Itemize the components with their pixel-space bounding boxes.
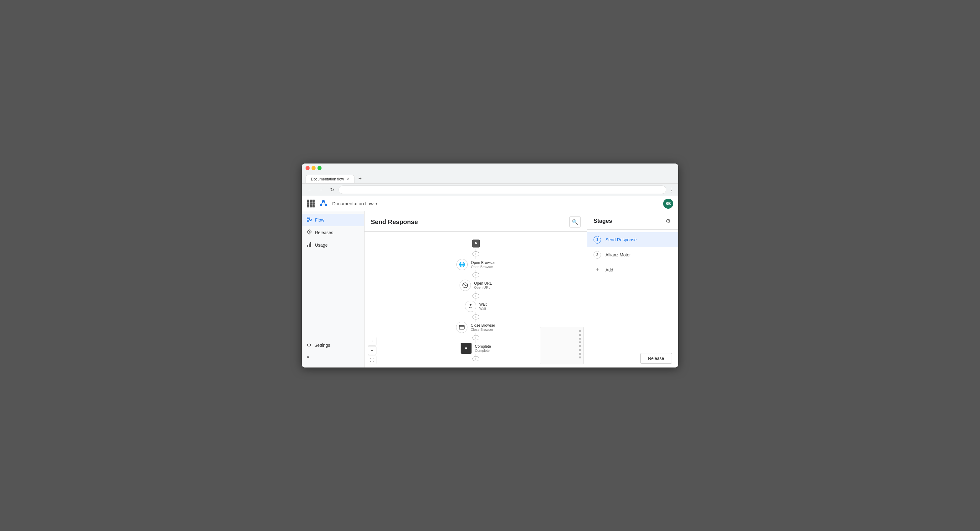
svg-text:⚑: ⚑ bbox=[474, 241, 477, 246]
svg-line-4 bbox=[323, 201, 326, 205]
add-node-button-5[interactable]: + bbox=[473, 335, 479, 340]
sidebar-item-usage[interactable]: Usage bbox=[302, 239, 364, 251]
connector-8 bbox=[476, 319, 476, 322]
open-url-node: Open URL Open URL bbox=[460, 280, 492, 291]
svg-rect-8 bbox=[307, 220, 309, 222]
open-url-node-box[interactable]: Open URL Open URL bbox=[460, 280, 492, 291]
browser-menu-button[interactable]: ⋮ bbox=[669, 187, 675, 193]
stages-title: Stages bbox=[593, 218, 612, 224]
minimize-window-button[interactable] bbox=[312, 166, 316, 170]
flow-canvas: Send Response 🔍 ⚑ bbox=[364, 211, 587, 367]
flow-icon bbox=[307, 217, 312, 223]
url-bar[interactable] bbox=[339, 185, 666, 194]
svg-rect-7 bbox=[310, 219, 312, 220]
connector-4 bbox=[476, 277, 476, 280]
stage-item-1[interactable]: 1 Send Response bbox=[587, 232, 678, 247]
flow-header: Send Response 🔍 bbox=[364, 211, 587, 231]
connector-5 bbox=[476, 291, 476, 293]
svg-rect-6 bbox=[307, 217, 309, 218]
add-stage-label: Add bbox=[605, 267, 613, 273]
stage-item-2[interactable]: 2 Allianz Motor bbox=[587, 247, 678, 262]
complete-name: Complete bbox=[475, 344, 491, 349]
stage-1-label: Send Response bbox=[605, 237, 637, 242]
close-browser-icon bbox=[456, 322, 468, 333]
zoom-controls: + − bbox=[368, 337, 377, 364]
open-browser-node: 🌐 Open Browser Open Browser bbox=[457, 259, 495, 270]
connector-10 bbox=[476, 340, 476, 342]
connector-11 bbox=[476, 354, 476, 356]
stages-panel: Stages ⚙ 1 Send Response 2 Allianz Motor… bbox=[587, 211, 678, 367]
reload-button[interactable]: ↻ bbox=[328, 186, 336, 194]
browser-chrome: Documentation flow ✕ + bbox=[302, 164, 678, 183]
apps-grid-icon[interactable] bbox=[307, 199, 315, 207]
stages-list: 1 Send Response 2 Allianz Motor + Add bbox=[587, 230, 678, 349]
browser-tab[interactable]: Documentation flow ✕ bbox=[305, 175, 355, 183]
close-browser-sub: Close Browser bbox=[471, 328, 495, 332]
complete-label: Complete Complete bbox=[475, 344, 491, 352]
zoom-in-button[interactable]: + bbox=[368, 337, 377, 346]
add-node-button-1[interactable]: + bbox=[473, 251, 479, 257]
app-logo[interactable] bbox=[318, 199, 328, 209]
wait-sub: Wait bbox=[479, 307, 487, 310]
complete-node-box[interactable]: ■ Complete Complete bbox=[460, 343, 491, 354]
user-avatar[interactable]: BB bbox=[663, 199, 673, 209]
open-url-name: Open URL bbox=[474, 281, 492, 285]
stages-footer: Release bbox=[587, 349, 678, 367]
add-node-button-4[interactable]: + bbox=[473, 314, 479, 319]
open-browser-icon: 🌐 bbox=[457, 259, 468, 270]
close-browser-node-box[interactable]: Close Browser Close Browser bbox=[456, 322, 495, 333]
open-browser-sub: Open Browser bbox=[471, 265, 495, 269]
release-button[interactable]: Release bbox=[640, 353, 672, 364]
connector-2 bbox=[476, 257, 476, 258]
open-browser-node-box[interactable]: 🌐 Open Browser Open Browser bbox=[457, 259, 495, 270]
browser-window: Documentation flow ✕ + ← → ↻ ⋮ Doc bbox=[302, 164, 678, 367]
add-node-button-3[interactable]: + bbox=[473, 293, 479, 298]
sidebar-flow-label: Flow bbox=[315, 217, 325, 223]
wait-label: Wait Wait bbox=[479, 302, 487, 310]
zoom-out-button[interactable]: − bbox=[368, 346, 377, 355]
sidebar-releases-label: Releases bbox=[315, 230, 333, 235]
new-tab-button[interactable]: + bbox=[355, 174, 365, 183]
sidebar-item-settings[interactable]: ⚙ Settings bbox=[302, 339, 364, 351]
complete-icon: ■ bbox=[460, 343, 472, 354]
add-node-button-6[interactable]: + bbox=[473, 356, 479, 361]
sidebar-item-releases[interactable]: Releases bbox=[302, 226, 364, 239]
wait-name: Wait bbox=[479, 302, 487, 307]
close-browser-node: Close Browser Close Browser bbox=[456, 322, 495, 333]
sidebar-collapse-button[interactable]: « bbox=[302, 351, 364, 362]
close-browser-label: Close Browser Close Browser bbox=[471, 323, 495, 332]
forward-button[interactable]: → bbox=[317, 186, 326, 194]
usage-icon bbox=[307, 242, 312, 248]
app-header: Documentation flow ▾ BB bbox=[302, 196, 678, 211]
start-node: ⚑ bbox=[470, 238, 482, 249]
search-button[interactable]: 🔍 bbox=[570, 216, 581, 228]
tab-label: Documentation flow bbox=[311, 177, 344, 182]
stage-2-number: 2 bbox=[593, 251, 601, 258]
open-browser-label: Open Browser Open Browser bbox=[471, 260, 495, 269]
maximize-window-button[interactable] bbox=[317, 166, 321, 170]
start-node-box[interactable]: ⚑ bbox=[470, 238, 482, 249]
canvas-area[interactable]: ⚑ + 🌐 Open Browser bbox=[364, 231, 587, 367]
settings-icon: ⚙ bbox=[307, 342, 311, 348]
add-node-button-2[interactable]: + bbox=[473, 273, 479, 277]
open-browser-name: Open Browser bbox=[471, 260, 495, 265]
stage-add-button[interactable]: + Add bbox=[587, 262, 678, 277]
app-name-dropdown[interactable]: Documentation flow ▾ bbox=[332, 201, 377, 206]
connector-7 bbox=[476, 312, 476, 314]
connector-9 bbox=[476, 333, 476, 335]
flow-title: Send Response bbox=[371, 218, 418, 226]
wait-node-box[interactable]: ⏱ Wait Wait bbox=[465, 301, 487, 312]
fit-view-button[interactable] bbox=[368, 356, 377, 364]
search-icon: 🔍 bbox=[572, 219, 578, 225]
complete-sub: Complete bbox=[475, 349, 491, 352]
tab-close-button[interactable]: ✕ bbox=[346, 177, 349, 182]
svg-rect-17 bbox=[459, 325, 464, 329]
stage-1-number: 1 bbox=[593, 236, 601, 244]
back-button[interactable]: ← bbox=[305, 186, 314, 194]
mini-map bbox=[540, 327, 584, 364]
close-window-button[interactable] bbox=[305, 166, 310, 170]
sidebar-item-flow[interactable]: Flow bbox=[302, 214, 364, 226]
connector-3 bbox=[476, 270, 476, 273]
stages-settings-button[interactable]: ⚙ bbox=[664, 216, 672, 226]
title-bar bbox=[305, 166, 675, 172]
